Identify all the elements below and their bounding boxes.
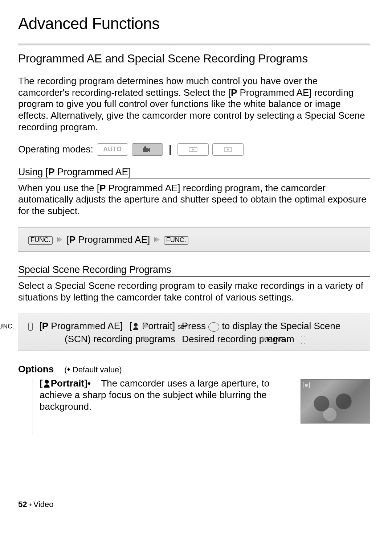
operating-modes-label: Operating modes:: [18, 144, 93, 155]
thumb-portrait-icon: ◙: [303, 382, 310, 388]
mode-separator: |: [169, 143, 172, 156]
section-heading: Programmed AE and Special Scene Recordin…: [18, 52, 370, 65]
step2-prog: Programmed AE]: [48, 320, 123, 331]
svg-rect-5: [189, 151, 197, 152]
using-text-before: When you use the [: [18, 183, 99, 193]
section-divider: [18, 44, 370, 45]
step1-text: Programmed AE]: [75, 234, 150, 245]
diamond-icon: ♦: [87, 380, 91, 387]
svg-marker-10: [59, 237, 62, 242]
camcorder-icon: [142, 146, 152, 153]
svg-marker-8: [227, 148, 229, 151]
film-play-icon: [188, 146, 198, 153]
steps-box-1: FUNC. [P Programmed AE] FUNC.: [18, 227, 370, 252]
operating-modes-row: Operating modes: AUTO |: [18, 143, 370, 156]
portrait-icon: [132, 322, 139, 330]
p-icon: P: [48, 167, 55, 177]
arrow-icon: [153, 235, 160, 246]
func-button: FUNC.: [301, 336, 305, 344]
svg-marker-12: [156, 237, 160, 242]
option-portrait: [Portrait]♦ The camcorder uses a large a…: [33, 378, 370, 434]
step2-to: to: [219, 320, 230, 331]
func-button: FUNC.: [28, 323, 33, 331]
default-note: Default value): [70, 365, 122, 374]
func-button: FUNC.: [28, 236, 53, 245]
arrow-icon: [56, 235, 63, 246]
portrait-icon: [43, 379, 51, 388]
svg-point-24: [45, 380, 49, 384]
portrait-label: Portrait]: [51, 378, 87, 389]
options-row: Options (♦ Default value): [18, 364, 370, 375]
p-icon: P: [69, 234, 75, 245]
set-button: SET: [208, 322, 219, 332]
p-icon: P: [231, 87, 237, 98]
mode-playback-video: [177, 143, 209, 156]
mode-auto: AUTO: [97, 143, 128, 156]
scn-paragraph: Select a Special Scene recording program…: [18, 280, 370, 303]
svg-marker-19: [145, 323, 148, 328]
svg-rect-4: [189, 147, 197, 148]
options-label: Options: [18, 364, 54, 375]
using-paragraph: When you use the [P Programmed AE] recor…: [18, 183, 370, 217]
intro-paragraph: The recording program determines how muc…: [18, 75, 370, 133]
svg-marker-1: [148, 148, 150, 152]
using-heading: Using [P Programmed AE]: [18, 167, 370, 179]
using-suffix: Programmed AE]: [54, 167, 131, 177]
diamond-icon: ♦: [67, 365, 70, 373]
using-prefix: Using [: [18, 167, 48, 177]
svg-marker-16: [93, 323, 96, 328]
diamond-icon: ♦: [29, 502, 33, 507]
svg-rect-0: [143, 148, 148, 152]
footer-section: Video: [33, 500, 54, 509]
p-icon: P: [42, 320, 48, 331]
svg-marker-21: [146, 336, 149, 342]
page-footer: 52 ♦ Video: [18, 500, 370, 509]
mode-playback-photo: [212, 143, 244, 156]
chapter-title: Advanced Functions: [18, 15, 370, 33]
scn-heading: Special Scene Recording Programs: [18, 264, 370, 277]
steps-box-2: FUNC. [P Programmed AE] [ Portrait] Pres…: [18, 314, 370, 352]
portrait-thumbnail: ◙: [301, 379, 370, 424]
svg-marker-6: [192, 148, 195, 151]
func-button: FUNC.: [164, 236, 188, 245]
page-number: 52: [18, 500, 27, 509]
mode-record-video: [132, 143, 163, 156]
photo-play-icon: [223, 146, 233, 153]
option-portrait-text: [Portrait]♦ The camcorder uses a large a…: [40, 378, 293, 412]
svg-marker-14: [3, 323, 6, 328]
p-icon: P: [99, 183, 106, 193]
svg-point-2: [144, 146, 146, 148]
svg-point-17: [134, 323, 138, 327]
